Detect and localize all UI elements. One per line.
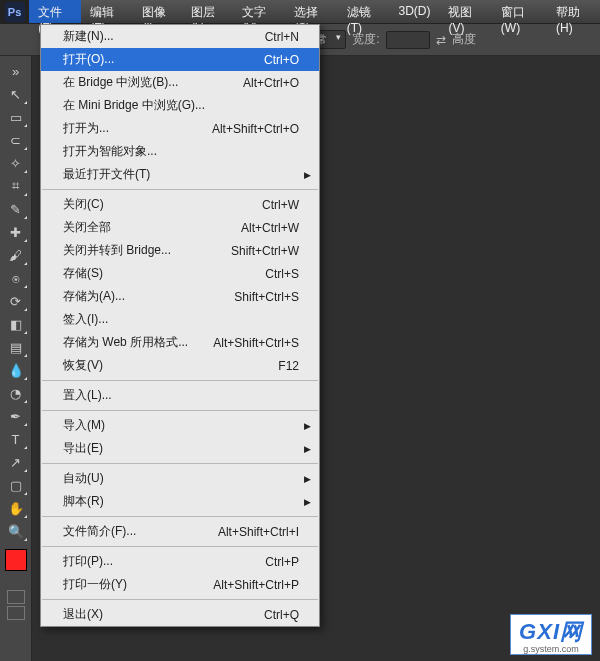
menuitem-存储为(A)...[interactable]: 存储为(A)...Shift+Ctrl+S (41, 285, 319, 308)
menuitem-存储为 Web 所用格式...[interactable]: 存储为 Web 所用格式...Alt+Shift+Ctrl+S (41, 331, 319, 354)
app-logo: Ps (0, 0, 29, 23)
tool-eraser[interactable]: ◧ (4, 313, 28, 335)
watermark-url: g.system.com (519, 644, 583, 654)
menuitem-shortcut: Shift+Ctrl+W (231, 244, 299, 258)
menuitem-label: 恢复(V) (63, 357, 103, 374)
tool-move[interactable]: ↖ (4, 83, 28, 105)
menu-文字(Y)[interactable]: 文字(Y) (233, 0, 285, 23)
menuitem-label: 打开为... (63, 120, 109, 137)
menuitem-自动(U)[interactable]: 自动(U)▶ (41, 467, 319, 490)
menu-滤镜(T)[interactable]: 滤镜(T) (338, 0, 390, 23)
menuitem-shortcut: F12 (278, 359, 299, 373)
menu-separator (42, 546, 318, 547)
menuitem-打印(P)...[interactable]: 打印(P)...Ctrl+P (41, 550, 319, 573)
menu-separator (42, 463, 318, 464)
menu-separator (42, 516, 318, 517)
menuitem-打印一份(Y)[interactable]: 打印一份(Y)Alt+Shift+Ctrl+P (41, 573, 319, 596)
menuitem-恢复(V)[interactable]: 恢复(V)F12 (41, 354, 319, 377)
menuitem-在 Mini Bridge 中浏览(G)...[interactable]: 在 Mini Bridge 中浏览(G)... (41, 94, 319, 117)
menuitem-shortcut: Alt+Shift+Ctrl+I (218, 525, 299, 539)
menu-视图(V)[interactable]: 视图(V) (439, 0, 491, 23)
tool-marquee[interactable]: ▭ (4, 106, 28, 128)
menuitem-关闭(C)[interactable]: 关闭(C)Ctrl+W (41, 193, 319, 216)
tool-shape[interactable]: ▢ (4, 474, 28, 496)
menuitem-label: 关闭全部 (63, 219, 111, 236)
menuitem-shortcut: Alt+Ctrl+W (241, 221, 299, 235)
quick-mask-icon[interactable] (7, 590, 25, 604)
menuitem-打开为...[interactable]: 打开为...Alt+Shift+Ctrl+O (41, 117, 319, 140)
tool-dodge[interactable]: ◔ (4, 382, 28, 404)
tool-healing[interactable]: ✚ (4, 221, 28, 243)
swap-icon[interactable]: ⇄ (436, 33, 446, 47)
menuitem-签入(I)...[interactable]: 签入(I)... (41, 308, 319, 331)
tool-brush[interactable]: 🖌 (4, 244, 28, 266)
menuitem-打开(O)...[interactable]: 打开(O)...Ctrl+O (41, 48, 319, 71)
collapse-icon[interactable]: » (4, 60, 28, 82)
foreground-color-icon[interactable] (5, 549, 27, 571)
height-label: 高度 (452, 31, 476, 48)
tool-crop[interactable]: ⌗ (4, 175, 28, 197)
watermark-title: GXI网 (519, 617, 583, 647)
screen-mode-icon[interactable] (7, 606, 25, 620)
menu-帮助(H)[interactable]: 帮助(H) (547, 0, 600, 23)
menuitem-shortcut: Ctrl+N (265, 30, 299, 44)
menuitem-导入(M)[interactable]: 导入(M)▶ (41, 414, 319, 437)
menuitem-label: 存储为(A)... (63, 288, 125, 305)
tool-stamp[interactable]: ⍟ (4, 267, 28, 289)
tool-history-brush[interactable]: ⟳ (4, 290, 28, 312)
menuitem-shortcut: Alt+Ctrl+O (243, 76, 299, 90)
tool-lasso[interactable]: ⊂ (4, 129, 28, 151)
tool-type[interactable]: T (4, 428, 28, 450)
submenu-arrow-icon: ▶ (304, 421, 311, 431)
menuitem-置入(L)...[interactable]: 置入(L)... (41, 384, 319, 407)
menu-separator (42, 410, 318, 411)
menu-选择(S)[interactable]: 选择(S) (285, 0, 337, 23)
menuitem-label: 打开为智能对象... (63, 143, 157, 160)
menuitem-label: 自动(U) (63, 470, 104, 487)
menuitem-文件简介(F)...[interactable]: 文件简介(F)...Alt+Shift+Ctrl+I (41, 520, 319, 543)
tool-magic-wand[interactable]: ✧ (4, 152, 28, 174)
menu-separator (42, 380, 318, 381)
menu-图层(L)[interactable]: 图层(L) (182, 0, 233, 23)
menu-图像(I)[interactable]: 图像(I) (133, 0, 181, 23)
submenu-arrow-icon: ▶ (304, 474, 311, 484)
menuitem-存储(S)[interactable]: 存储(S)Ctrl+S (41, 262, 319, 285)
menuitem-在 Bridge 中浏览(B)...[interactable]: 在 Bridge 中浏览(B)...Alt+Ctrl+O (41, 71, 319, 94)
menuitem-打开为智能对象...[interactable]: 打开为智能对象... (41, 140, 319, 163)
menuitem-label: 打印(P)... (63, 553, 113, 570)
tool-pen[interactable]: ✒ (4, 405, 28, 427)
menubar: 文件(F)编辑(E)图像(I)图层(L)文字(Y)选择(S)滤镜(T)3D(D)… (29, 0, 600, 23)
menuitem-shortcut: Ctrl+S (265, 267, 299, 281)
menu-3D(D)[interactable]: 3D(D) (389, 0, 439, 23)
tool-hand[interactable]: ✋ (4, 497, 28, 519)
menuitem-关闭并转到 Bridge...[interactable]: 关闭并转到 Bridge...Shift+Ctrl+W (41, 239, 319, 262)
menuitem-label: 打开(O)... (63, 51, 114, 68)
tool-path-select[interactable]: ↗ (4, 451, 28, 473)
menuitem-shortcut: Shift+Ctrl+S (234, 290, 299, 304)
menu-separator (42, 189, 318, 190)
menuitem-shortcut: Ctrl+W (262, 198, 299, 212)
menuitem-退出(X)[interactable]: 退出(X)Ctrl+Q (41, 603, 319, 626)
menuitem-label: 在 Bridge 中浏览(B)... (63, 74, 178, 91)
menuitem-shortcut: Alt+Shift+Ctrl+P (213, 578, 299, 592)
menuitem-label: 置入(L)... (63, 387, 112, 404)
width-input[interactable] (386, 31, 430, 49)
menuitem-关闭全部[interactable]: 关闭全部Alt+Ctrl+W (41, 216, 319, 239)
menuitem-脚本(R)[interactable]: 脚本(R)▶ (41, 490, 319, 513)
menu-文件(F)[interactable]: 文件(F) (29, 0, 81, 23)
menuitem-新建(N)...[interactable]: 新建(N)...Ctrl+N (41, 25, 319, 48)
menuitem-导出(E)[interactable]: 导出(E)▶ (41, 437, 319, 460)
tool-gradient[interactable]: ▤ (4, 336, 28, 358)
menuitem-label: 在 Mini Bridge 中浏览(G)... (63, 97, 205, 114)
tool-zoom[interactable]: 🔍 (4, 520, 28, 542)
menuitem-最近打开文件(T)[interactable]: 最近打开文件(T)▶ (41, 163, 319, 186)
menu-编辑(E)[interactable]: 编辑(E) (81, 0, 133, 23)
menuitem-shortcut: Alt+Shift+Ctrl+S (213, 336, 299, 350)
menuitem-label: 签入(I)... (63, 311, 108, 328)
tool-blur[interactable]: 💧 (4, 359, 28, 381)
submenu-arrow-icon: ▶ (304, 170, 311, 180)
menu-separator (42, 599, 318, 600)
menuitem-shortcut: Ctrl+P (265, 555, 299, 569)
tool-eyedropper[interactable]: ✎ (4, 198, 28, 220)
menu-窗口(W)[interactable]: 窗口(W) (492, 0, 547, 23)
